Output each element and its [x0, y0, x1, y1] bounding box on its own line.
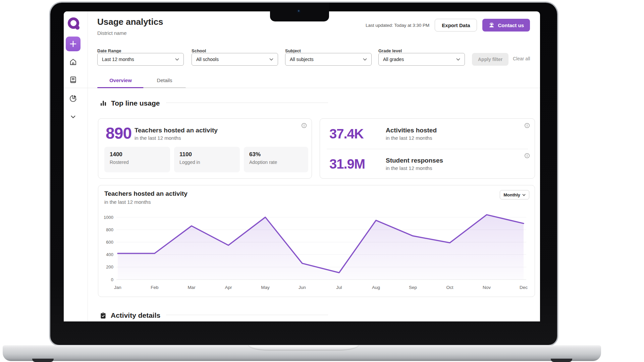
section-divider [166, 103, 328, 103]
svg-text:Sep: Sep [409, 285, 417, 290]
logged-in-stat: 1100 Logged in [174, 147, 240, 172]
filter-label-grade-level: Grade level [378, 48, 402, 53]
svg-text:Aug: Aug [372, 285, 380, 290]
create-button[interactable] [66, 37, 80, 51]
chart-title: Teachers hosted an activity [104, 190, 187, 197]
usage-line-chart: 02004006008001000JanFebMarAprMayJunJulAu… [101, 211, 533, 295]
info-icon[interactable] [524, 153, 530, 159]
info-icon[interactable] [524, 123, 530, 128]
bar-chart-icon [100, 100, 106, 106]
apply-filter-button[interactable]: Apply filter [472, 53, 508, 66]
chart-subtitle: in the last 12 months [104, 199, 151, 205]
teachers-hosted-card: 890 Teachers hosted an activity in the l… [98, 118, 312, 179]
activities-value: 37.4K [329, 126, 379, 141]
section-title: Activity details [111, 311, 160, 319]
tab-details[interactable]: Details [143, 74, 186, 88]
svg-text:1000: 1000 [104, 215, 113, 220]
responses-value: 31.9M [329, 157, 379, 172]
activities-title: Activities hosted [386, 127, 437, 134]
last-updated-text: Last updated: Today at 3:30 PM [366, 23, 429, 28]
home-icon[interactable] [69, 58, 77, 66]
svg-text:Mar: Mar [187, 285, 196, 290]
tab-overview[interactable]: Overview [97, 74, 144, 88]
adoption-rate-stat: 63% Adoption rate [244, 147, 308, 172]
svg-text:Jun: Jun [299, 285, 306, 290]
subject-select[interactable]: All subjects [285, 53, 372, 66]
clipboard-check-icon [100, 312, 106, 319]
activity-metrics-card: 37.4K Activities hosted in the last 12 m… [320, 118, 535, 179]
student-responses-row: 31.9M Student responses in the last 12 m… [320, 149, 535, 179]
filter-label-school: School [192, 48, 206, 53]
chevron-down-icon [269, 58, 273, 61]
filter-label-date-range: Date Range [97, 48, 121, 53]
quizizz-logo-icon [67, 17, 82, 32]
contact-us-button[interactable]: Contact us [482, 19, 530, 32]
school-select[interactable]: All schools [192, 53, 278, 66]
date-range-select[interactable]: Last 12 months [97, 53, 184, 66]
svg-text:Nov: Nov [483, 285, 491, 290]
svg-text:Oct: Oct [446, 285, 453, 290]
top-line-usage-header: Top line usage [100, 99, 160, 107]
teachers-subtitle: in the last 12 months [135, 135, 218, 141]
laptop-foot-right [551, 359, 572, 362]
svg-text:600: 600 [106, 240, 113, 245]
svg-text:Apr: Apr [225, 285, 232, 290]
clear-all-button[interactable]: Clear all [513, 56, 530, 61]
laptop-lid-scoop [248, 345, 359, 351]
chevron-down-icon [522, 194, 526, 196]
svg-text:800: 800 [106, 227, 113, 232]
support-agent-icon [488, 22, 495, 28]
export-data-button[interactable]: Export Data [435, 19, 477, 32]
reports-pie-icon[interactable] [69, 94, 77, 102]
chevron-down-icon [363, 58, 367, 61]
activities-subtitle: in the last 12 months [386, 135, 437, 141]
svg-text:0: 0 [111, 277, 113, 282]
responses-title: Student responses [386, 157, 443, 164]
sidebar [64, 11, 88, 321]
svg-text:Jul: Jul [336, 285, 342, 290]
info-icon[interactable] [301, 123, 307, 128]
tab-bar: Overview Details [64, 74, 540, 88]
chevron-down-icon[interactable] [69, 113, 77, 121]
webcam-icon [297, 9, 301, 13]
section-title: Top line usage [111, 99, 160, 107]
plus-icon [70, 41, 76, 47]
district-name: District name [97, 30, 127, 36]
activity-details-header: Activity details [100, 311, 160, 319]
camera-notch [270, 3, 329, 21]
page-title: Usage analytics [97, 17, 163, 27]
rostered-stat: 1400 Rostered [104, 147, 170, 172]
svg-text:Dec: Dec [520, 285, 528, 290]
svg-text:May: May [261, 285, 270, 290]
teachers-title: Teachers hosted an activity [135, 127, 218, 134]
svg-text:200: 200 [106, 264, 113, 269]
responses-subtitle: in the last 12 months [386, 165, 443, 171]
section-divider [166, 315, 328, 315]
page: Usage analytics District name Last updat… [0, 0, 644, 362]
chart-range-select[interactable]: Monthly [500, 190, 529, 199]
filter-label-subject: Subject [285, 48, 301, 53]
laptop-foot-left [32, 359, 54, 362]
svg-text:Jan: Jan [114, 285, 121, 290]
chevron-down-icon [456, 58, 460, 61]
svg-text:Feb: Feb [151, 285, 158, 290]
svg-text:400: 400 [106, 252, 113, 257]
laptop-screen: Usage analytics District name Last updat… [64, 11, 540, 321]
activities-hosted-row: 37.4K Activities hosted in the last 12 m… [320, 119, 535, 149]
teachers-value: 890 [106, 124, 131, 142]
teachers-chart-card: Teachers hosted an activity in the last … [98, 185, 535, 297]
chevron-down-icon [175, 58, 179, 61]
grade-level-select[interactable]: All grades [378, 53, 465, 66]
